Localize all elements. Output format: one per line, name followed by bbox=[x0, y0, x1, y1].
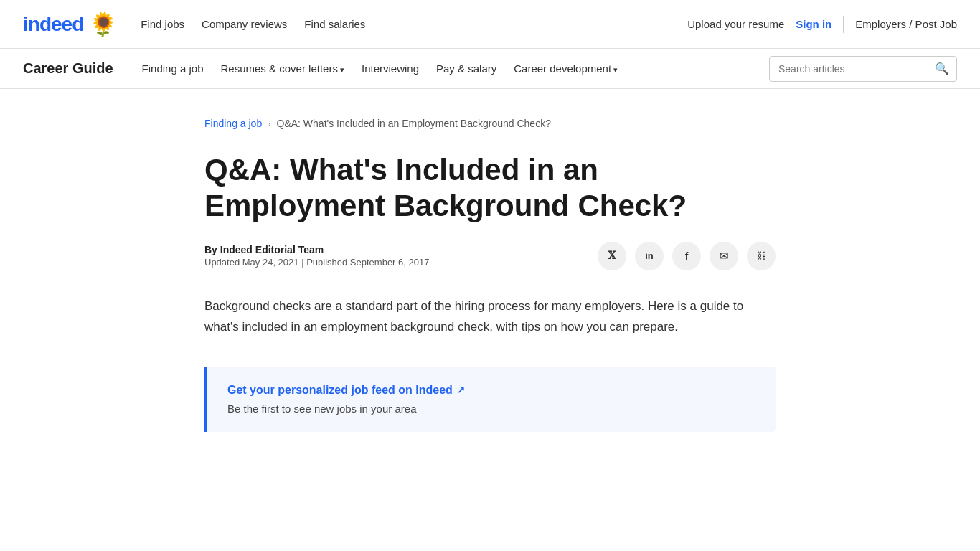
top-nav-links: Find jobs Company reviews Find salaries bbox=[141, 18, 687, 30]
article-dates: Updated May 24, 2021 | Published Septemb… bbox=[204, 257, 429, 268]
career-nav-links: Finding a job Resumes & cover letters In… bbox=[142, 62, 746, 75]
nav-divider bbox=[843, 16, 844, 33]
top-nav-right: Upload your resume Sign in Employers / P… bbox=[687, 16, 957, 33]
external-link-icon: ↗ bbox=[457, 385, 465, 395]
top-nav: indeed 🌻 Find jobs Company reviews Find … bbox=[0, 0, 980, 49]
search-button[interactable]: 🔍 bbox=[928, 62, 956, 75]
breadcrumb-current: Q&A: What's Included in an Employment Ba… bbox=[277, 118, 551, 129]
search-box: 🔍 bbox=[769, 56, 957, 82]
career-guide-title: Career Guide bbox=[23, 60, 113, 77]
nav-resumes[interactable]: Resumes & cover letters bbox=[221, 62, 344, 75]
facebook-icon: f bbox=[685, 250, 689, 262]
sign-in-button[interactable]: Sign in bbox=[796, 18, 831, 30]
nav-finding-a-job[interactable]: Finding a job bbox=[142, 62, 204, 75]
breadcrumb-parent-link[interactable]: Finding a job bbox=[204, 118, 262, 129]
article-main: Finding a job › Q&A: What's Included in … bbox=[0, 89, 980, 475]
article-intro: Background checks are a standard part of… bbox=[204, 296, 776, 338]
search-icon: 🔍 bbox=[935, 62, 949, 75]
cta-box: Get your personalized job feed on Indeed… bbox=[204, 367, 776, 432]
article-title: Q&A: What's Included in an Employment Ba… bbox=[204, 152, 776, 225]
nav-career-development[interactable]: Career development bbox=[514, 62, 618, 75]
share-linkedin-button[interactable]: in bbox=[635, 242, 664, 270]
copy-link-button[interactable]: ⛓ bbox=[747, 242, 776, 270]
find-jobs-link[interactable]: Find jobs bbox=[141, 18, 184, 30]
find-salaries-link[interactable]: Find salaries bbox=[304, 18, 365, 30]
company-reviews-link[interactable]: Company reviews bbox=[202, 18, 287, 30]
employers-link[interactable]: Employers / Post Job bbox=[855, 18, 957, 30]
linkedin-icon: in bbox=[645, 250, 654, 261]
cta-link-text: Get your personalized job feed on Indeed bbox=[227, 384, 453, 397]
email-icon: ✉ bbox=[720, 250, 729, 263]
cta-link[interactable]: Get your personalized job feed on Indeed… bbox=[227, 384, 465, 397]
upload-resume-link[interactable]: Upload your resume bbox=[687, 18, 784, 30]
search-input[interactable] bbox=[770, 63, 928, 75]
share-facebook-button[interactable]: f bbox=[672, 242, 701, 270]
author-name: By Indeed Editorial Team bbox=[204, 244, 429, 255]
share-email-button[interactable]: ✉ bbox=[710, 242, 738, 270]
cta-subtitle: Be the first to see new jobs in your are… bbox=[227, 402, 465, 415]
article-meta-row: By Indeed Editorial Team Updated May 24,… bbox=[204, 242, 776, 270]
nav-pay-salary[interactable]: Pay & salary bbox=[436, 62, 496, 75]
logo-text: indeed bbox=[23, 13, 83, 36]
social-icons: 𝕏 in f ✉ ⛓ bbox=[598, 242, 776, 270]
nav-interviewing[interactable]: Interviewing bbox=[362, 62, 419, 75]
breadcrumb-separator: › bbox=[268, 118, 270, 129]
author-meta: By Indeed Editorial Team Updated May 24,… bbox=[204, 244, 429, 268]
logo-link[interactable]: indeed 🌻 bbox=[23, 11, 118, 38]
share-twitter-button[interactable]: 𝕏 bbox=[598, 242, 626, 270]
twitter-icon: 𝕏 bbox=[608, 250, 616, 262]
link-icon: ⛓ bbox=[757, 250, 766, 261]
cta-content: Get your personalized job feed on Indeed… bbox=[227, 384, 465, 415]
breadcrumb: Finding a job › Q&A: What's Included in … bbox=[204, 118, 776, 129]
logo-flower: 🌻 bbox=[89, 11, 118, 38]
career-guide-nav: Career Guide Finding a job Resumes & cov… bbox=[0, 49, 980, 89]
